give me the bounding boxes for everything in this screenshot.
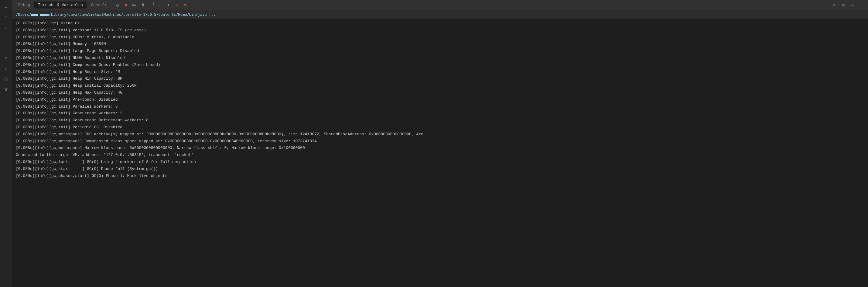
- arrow-up2-icon[interactable]: ↑: [2, 33, 11, 42]
- arrow-down-icon[interactable]: ↓: [2, 23, 11, 32]
- console-line: [0.008s][info][gc,init] Large Page Suppo…: [12, 48, 868, 55]
- resume-icon[interactable]: ▶▶: [131, 1, 138, 9]
- tab-debug[interactable]: Debug: [14, 2, 34, 8]
- run-to-cursor-icon[interactable]: ⊕: [173, 1, 181, 9]
- arrow-down2-icon[interactable]: ↓: [2, 44, 11, 53]
- console-line: [0.008s][info][gc,init] Concurrent Refin…: [12, 117, 868, 124]
- minimize-button[interactable]: —: [858, 1, 866, 9]
- console-line: [0.008s][info][gc,init] Parallel Workers…: [12, 104, 868, 110]
- console-line: [0.008s][info][gc,metaspace] Compressed …: [12, 138, 868, 145]
- console-line: [0.008s][info][gc,init] Heap Max Capacit…: [12, 89, 868, 96]
- tab-console[interactable]: Console: [87, 2, 111, 8]
- tab-group: Debug Threads & Variables Console: [14, 2, 111, 8]
- console-line: Connected to the target VM, address: '12…: [12, 152, 868, 159]
- path-text: /Users/■■■ ■■■■/Library/Java/JavaVirtual…: [16, 12, 215, 17]
- print-icon[interactable]: ⎙: [2, 75, 11, 84]
- tab-threads[interactable]: Threads & Variables: [34, 2, 87, 8]
- console-line: [0.008s][info][gc,init] Heap Region Size…: [12, 69, 868, 76]
- step-into-icon[interactable]: ⬇: [156, 1, 164, 9]
- main-area: Debug Threads & Variables Console ↺ ■ ▶▶…: [12, 0, 868, 287]
- console-line: [0.089s][info][gc,start ] GC(0) Pause Fu…: [12, 166, 868, 173]
- console-line: [0.008s][info][gc,init] Periodic GC: Dis…: [12, 124, 868, 131]
- console-output[interactable]: [0.007s][info][gc] Using G1[0.008s][info…: [12, 19, 868, 287]
- path-bar: /Users/■■■ ■■■■/Library/Java/JavaVirtual…: [12, 10, 868, 19]
- split-button[interactable]: ⧉: [839, 1, 847, 9]
- arrow-up-icon[interactable]: ↑: [2, 13, 11, 22]
- console-line: [0.089s][info][gc,phases,start] GC(0) Ph…: [12, 173, 868, 180]
- console-line: [0.008s][info][gc,init] Heap Min Capacit…: [12, 76, 868, 82]
- window-controls: × ⧉ ⋯ —: [830, 1, 866, 9]
- pause-icon[interactable]: ⏸: [139, 1, 147, 9]
- evaluate-icon[interactable]: ✎: [182, 1, 189, 9]
- console-line: [0.008s][info][gc,init] NUMA Support: Di…: [12, 55, 868, 62]
- console-line: [0.089s][info][gc,task ] GC(0) Using 4 w…: [12, 159, 868, 166]
- more-toolbar-icon[interactable]: ⋯: [190, 1, 198, 9]
- toolbar: ↺ ■ ▶▶ ⏸ ⤸ ⬇ ⬆ ⊕ ✎ ⋯: [114, 1, 198, 9]
- console-line: [0.008s][info][gc,init] Compressed Oops:…: [12, 62, 868, 69]
- left-sidebar: ✏ ↑ ↓ ↑ ↓ ≡ ⬇ ⎙ 🗑: [0, 0, 12, 287]
- pencil-icon[interactable]: ✏: [2, 2, 11, 11]
- console-line: [0.008s][info][gc,init] CPUs: 8 total, 8…: [12, 34, 868, 41]
- console-line: [0.008s][info][gc,metaspace] CDS archive…: [12, 131, 868, 138]
- console-line: [0.008s][info][gc,init] Heap Initial Cap…: [12, 82, 868, 89]
- console-line: [0.007s][info][gc] Using G1: [12, 20, 868, 27]
- console-line: [0.008s][info][gc,init] Concurrent Worke…: [12, 110, 868, 117]
- console-line: [0.008s][info][gc,metaspace] Narrow klas…: [12, 145, 868, 152]
- rerun-icon[interactable]: ↺: [114, 1, 122, 9]
- title-bar: Debug Threads & Variables Console ↺ ■ ▶▶…: [12, 0, 868, 10]
- step-out-icon[interactable]: ⬆: [165, 1, 173, 9]
- console-line: [0.008s][info][gc,init] Memory: 16384M: [12, 41, 868, 48]
- step-over-icon[interactable]: ⤸: [148, 1, 155, 9]
- list-icon[interactable]: ≡: [2, 54, 11, 63]
- download-list-icon[interactable]: ⬇: [2, 64, 11, 74]
- close-button[interactable]: ×: [830, 1, 838, 9]
- trash-icon[interactable]: 🗑: [2, 85, 11, 94]
- console-line: [0.008s][info][gc,init] Pre-touch: Disab…: [12, 96, 868, 104]
- more-window-button[interactable]: ⋯: [848, 1, 857, 9]
- console-line: [0.008s][info][gc,init] Version: 17.0.5+…: [12, 27, 868, 34]
- stop-icon[interactable]: ■: [122, 1, 130, 9]
